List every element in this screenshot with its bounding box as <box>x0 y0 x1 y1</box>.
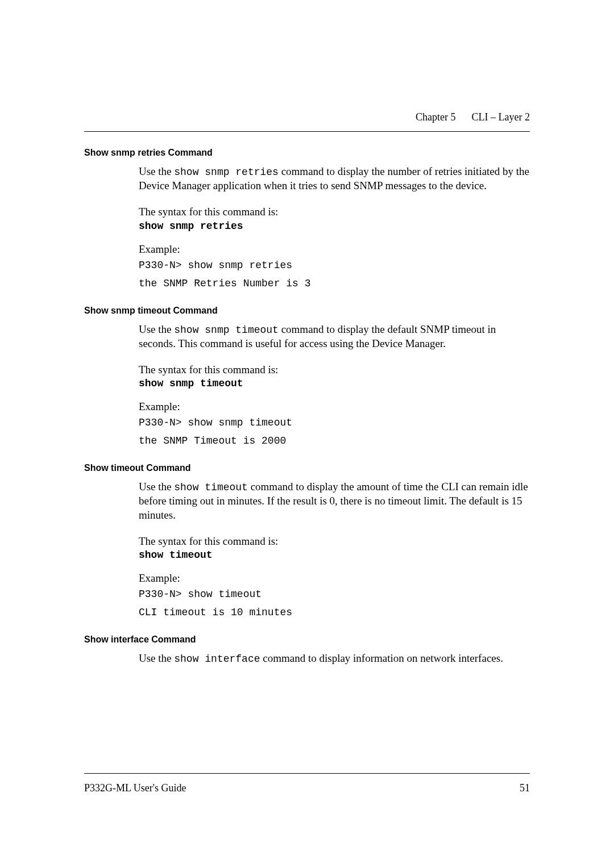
page-footer: P332G-ML User's Guide 51 <box>84 782 530 794</box>
page-header: Chapter 5 CLI – Layer 2 <box>84 111 530 123</box>
syntax-label: The syntax for this command is: <box>139 534 530 549</box>
intro-para-interface: Use the show interface command to displa… <box>139 652 530 666</box>
example-label: Example: <box>139 243 530 256</box>
intro-pre: Use the <box>139 481 174 493</box>
chapter-label: Chapter 5 <box>416 111 455 123</box>
section-heading-timeout: Show timeout Command <box>84 463 530 473</box>
section-heading-snmp-retries: Show snmp retries Command <box>84 148 530 158</box>
example-label: Example: <box>139 400 530 413</box>
example-line: P330-N> show snmp retries <box>139 258 530 274</box>
example-line: P330-N> show snmp timeout <box>139 415 530 431</box>
example-line: the SNMP Retries Number is 3 <box>139 276 530 292</box>
syntax-cmd: show snmp timeout <box>139 378 530 389</box>
example-line: CLI timeout is 10 minutes <box>139 605 530 621</box>
intro-para-snmp-retries: Use the show snmp retries command to dis… <box>139 165 530 193</box>
intro-para-timeout: Use the show timeout command to display … <box>139 480 530 523</box>
example-line: the SNMP Timeout is 2000 <box>139 433 530 449</box>
intro-cmd: show timeout <box>174 482 248 493</box>
footer-rule <box>84 773 530 774</box>
chapter-title: CLI – Layer 2 <box>472 111 530 123</box>
footer-page-number: 51 <box>520 782 530 794</box>
footer-guide: P332G-ML User's Guide <box>84 782 186 794</box>
intro-cmd: show snmp retries <box>174 166 279 178</box>
syntax-label: The syntax for this command is: <box>139 205 530 219</box>
intro-pre: Use the <box>139 323 174 335</box>
syntax-label: The syntax for this command is: <box>139 362 530 377</box>
intro-pre: Use the <box>139 165 174 177</box>
intro-pre: Use the <box>139 652 174 664</box>
syntax-cmd: show snmp retries <box>139 220 530 232</box>
intro-cmd: show interface <box>174 653 260 665</box>
example-label: Example: <box>139 572 530 585</box>
intro-para-snmp-timeout: Use the show snmp timeout command to dis… <box>139 323 530 351</box>
intro-post: command to display information on networ… <box>260 652 503 664</box>
syntax-cmd: show timeout <box>139 549 530 561</box>
intro-cmd: show snmp timeout <box>174 324 279 336</box>
header-rule <box>84 131 530 132</box>
example-line: P330-N> show timeout <box>139 587 530 603</box>
section-heading-interface: Show interface Command <box>84 635 530 645</box>
section-heading-snmp-timeout: Show snmp timeout Command <box>84 306 530 316</box>
